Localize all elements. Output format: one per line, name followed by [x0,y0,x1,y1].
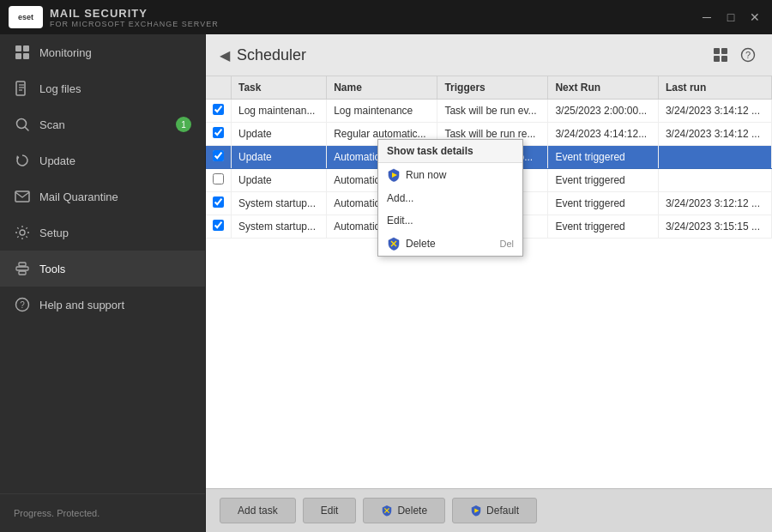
add-task-label: Add task [238,505,278,517]
context-menu: Show task details Run now Add... [377,139,523,257]
row-next-run: 3/25/2023 2:00:00... [548,100,659,123]
ctx-run-now[interactable]: Run now [378,163,522,187]
svg-rect-12 [16,267,28,270]
row-checkbox-cell[interactable] [206,146,232,169]
svg-rect-2 [15,53,21,59]
ctx-delete-shortcut: Del [499,239,514,249]
back-button[interactable]: ◀ [220,47,230,63]
sidebar-item-monitoring[interactable]: Monitoring [0,34,205,70]
sidebar-item-tools[interactable]: Tools [0,251,205,287]
default-label: Default [486,505,519,517]
row-checkbox-cell[interactable] [206,169,232,192]
row-task: Update [232,169,327,192]
col-triggers[interactable]: Triggers [437,76,548,100]
content-header-left: ◀ Scheduler [220,46,306,64]
row-next-run: Event triggered [548,215,659,239]
ctx-add-label: Add... [387,192,413,204]
shield-delete-btn-icon [381,505,393,517]
sidebar-label-scan: Scan [39,118,65,131]
content-header: ◀ Scheduler ? [206,34,772,76]
content-area: ◀ Scheduler ? Task Name [206,34,772,532]
row-last-run: 3/24/2023 3:14:12 ... [658,100,771,123]
sidebar-label-monitoring: Monitoring [39,46,92,59]
row-task: System startup... [232,192,327,215]
bottom-toolbar: Add task Edit Delete Default [206,488,772,532]
add-task-button[interactable]: Add task [220,498,296,523]
sidebar-bottom: Progress. Protected. [0,493,205,532]
svg-rect-10 [15,191,29,202]
row-checkbox[interactable] [213,220,224,231]
tools-icon [14,260,31,277]
sidebar-item-log-files[interactable]: Log files [0,70,205,106]
svg-rect-13 [19,263,26,266]
row-checkbox[interactable] [213,173,224,184]
row-last-run [658,146,771,169]
col-last-run[interactable]: Last run [658,76,771,100]
col-next-run[interactable]: Next Run [548,76,659,100]
row-last-run [658,169,771,192]
mail-icon [14,188,31,205]
row-next-run: Event triggered [548,169,659,192]
table-row[interactable]: Log maintenan... Log maintenance Task wi… [206,100,772,123]
svg-rect-4 [16,82,25,95]
sidebar-item-setup[interactable]: Setup [0,215,205,251]
sidebar-label-tools: Tools [39,263,65,275]
svg-rect-3 [23,53,29,59]
col-checkbox [206,76,232,100]
svg-rect-1 [23,45,29,51]
app-title: MAIL SECURITY [50,7,219,20]
minimize-button[interactable]: ─ [698,9,715,26]
row-last-run: 3/24/2023 3:15:15 ... [658,215,771,239]
row-task: System startup... [232,215,327,239]
ctx-delete-label: Delete [406,238,436,250]
ctx-add[interactable]: Add... [378,187,522,209]
col-task[interactable]: Task [232,76,327,100]
row-next-run: 3/24/2023 4:14:12... [548,123,659,146]
sidebar-label-update: Update [39,154,75,167]
sidebar-label-help-support: Help and support [39,299,124,311]
row-checkbox-cell[interactable] [206,192,232,215]
row-checkbox-cell[interactable] [206,100,232,123]
row-triggers: Task will be run ev... [437,100,548,123]
sidebar-label-mail-quarantine: Mail Quarantine [39,190,118,203]
shield-run-icon [387,168,401,182]
help-question-icon[interactable]: ? [738,45,758,65]
edit-button[interactable]: Edit [303,498,357,523]
shield-default-btn-icon [470,505,482,517]
sidebar-label-setup: Setup [39,227,69,239]
sidebar-item-help-support[interactable]: ? Help and support [0,287,205,323]
row-checkbox-cell[interactable] [206,215,232,239]
row-checkbox-cell[interactable] [206,123,232,146]
row-last-run: 3/24/2023 3:12:12 ... [658,192,771,215]
grid-icon [14,44,31,61]
row-checkbox[interactable] [213,196,224,208]
sidebar-item-mail-quarantine[interactable]: Mail Quarantine [0,178,205,215]
row-checkbox[interactable] [213,127,224,138]
titlebar-left: eset MAIL SECURITY FOR MICROSOFT EXCHANG… [9,6,219,28]
col-name[interactable]: Name [327,76,437,100]
svg-text:?: ? [745,50,751,60]
ctx-delete[interactable]: Delete Del [378,232,522,256]
svg-rect-0 [15,45,21,51]
table-header-row: Task Name Triggers Next Run Last run [206,76,772,100]
row-checkbox[interactable] [213,150,224,161]
svg-line-9 [26,128,29,131]
app-title-group: MAIL SECURITY FOR MICROSOFT EXCHANGE SER… [50,7,219,28]
ctx-edit[interactable]: Edit... [378,209,522,232]
edit-label: Edit [321,505,339,517]
row-checkbox[interactable] [213,104,224,115]
close-button[interactable]: ✕ [746,9,763,26]
sidebar-item-update[interactable]: Update [0,142,205,178]
default-button[interactable]: Default [452,498,537,523]
view-grid-icon[interactable] [710,45,731,65]
maximize-button[interactable]: □ [722,9,739,26]
row-task: Update [232,123,327,146]
delete-button[interactable]: Delete [363,498,445,523]
row-task: Update [232,146,327,169]
svg-rect-18 [721,48,727,54]
sidebar-label-log-files: Log files [39,82,81,95]
sidebar-item-scan[interactable]: Scan 1 [0,106,205,142]
status-bar: Progress. Protected. [0,501,205,525]
ctx-run-now-label: Run now [406,169,446,181]
row-next-run: Event triggered [548,146,659,169]
